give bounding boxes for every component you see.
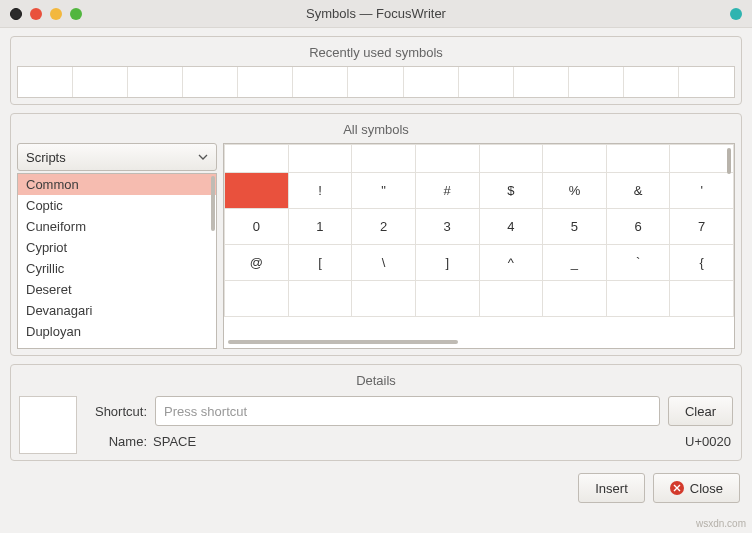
symbol-cell[interactable]: 3 [415, 209, 479, 245]
recent-cell[interactable] [238, 67, 293, 97]
symbol-cell[interactable]: # [415, 173, 479, 209]
scripts-dropdown-label: Scripts [26, 150, 66, 165]
script-list-item[interactable]: Cyrillic [18, 258, 216, 279]
symbol-cell[interactable] [606, 145, 670, 173]
symbol-cell[interactable]: 2 [352, 209, 416, 245]
symbol-grid[interactable]: !"#$%&'01234567@[\]^_`{ [223, 143, 735, 349]
window-maximize-dot[interactable] [70, 8, 82, 20]
symbol-name-value: SPACE [147, 434, 196, 449]
recent-cell[interactable] [624, 67, 679, 97]
recent-cell[interactable] [293, 67, 348, 97]
watermark: wsxdn.com [696, 518, 746, 529]
symbol-cell[interactable]: { [670, 245, 734, 281]
symbol-grid-vscrollbar[interactable] [726, 148, 732, 336]
window-title: Symbols — FocusWriter [0, 6, 752, 21]
recent-cell[interactable] [18, 67, 73, 97]
symbol-cell[interactable]: ' [670, 173, 734, 209]
scripts-dropdown[interactable]: Scripts [17, 143, 217, 171]
symbol-cell[interactable] [415, 281, 479, 317]
symbol-code-value: U+0020 [685, 434, 733, 449]
recently-used-group: Recently used symbols [10, 36, 742, 105]
symbol-cell[interactable]: _ [543, 245, 607, 281]
window-close-dot[interactable] [30, 8, 42, 20]
script-list-item[interactable]: Common [18, 174, 216, 195]
symbol-grid-vscroll-thumb[interactable] [727, 148, 731, 174]
shortcut-placeholder: Press shortcut [164, 404, 247, 419]
symbol-cell[interactable] [670, 145, 734, 173]
symbol-cell[interactable] [415, 145, 479, 173]
recently-used-title: Recently used symbols [17, 43, 735, 66]
recent-cell[interactable] [404, 67, 459, 97]
shortcut-input[interactable]: Press shortcut [155, 396, 660, 426]
script-list-item[interactable]: Cuneiform [18, 216, 216, 237]
chevron-down-icon [198, 152, 208, 162]
symbol-cell[interactable] [352, 281, 416, 317]
recent-cell[interactable] [679, 67, 734, 97]
script-list-scrollbar[interactable] [210, 174, 216, 348]
window-help-dot[interactable] [730, 8, 742, 20]
symbol-cell[interactable]: 4 [479, 209, 543, 245]
symbol-cell[interactable]: 6 [606, 209, 670, 245]
symbol-cell[interactable]: & [606, 173, 670, 209]
close-icon [670, 481, 684, 495]
symbol-preview [19, 396, 77, 454]
symbol-cell[interactable] [670, 281, 734, 317]
symbol-cell[interactable] [543, 281, 607, 317]
symbol-cell[interactable]: 1 [288, 209, 352, 245]
script-list-scroll-thumb[interactable] [211, 176, 215, 231]
symbol-cell[interactable]: % [543, 173, 607, 209]
symbol-cell[interactable]: ` [606, 245, 670, 281]
script-list-item[interactable]: Coptic [18, 195, 216, 216]
symbol-cell[interactable]: ] [415, 245, 479, 281]
titlebar: Symbols — FocusWriter [0, 0, 752, 28]
symbol-cell[interactable] [288, 281, 352, 317]
recent-cell[interactable] [569, 67, 624, 97]
script-list-item[interactable]: Duployan [18, 321, 216, 342]
symbol-cell[interactable]: \ [352, 245, 416, 281]
symbol-grid-hscroll-thumb[interactable] [228, 340, 458, 344]
script-list-item[interactable]: Devanagari [18, 300, 216, 321]
symbol-cell[interactable] [288, 145, 352, 173]
symbol-cell[interactable] [479, 145, 543, 173]
shortcut-label: Shortcut: [87, 404, 147, 419]
symbol-cell[interactable]: 0 [225, 209, 289, 245]
symbol-cell[interactable] [225, 173, 289, 209]
symbol-grid-hscrollbar[interactable] [228, 339, 722, 345]
symbol-cell[interactable] [225, 145, 289, 173]
script-list-item[interactable]: Deseret [18, 279, 216, 300]
symbol-cell[interactable]: 5 [543, 209, 607, 245]
symbol-cell[interactable]: [ [288, 245, 352, 281]
symbol-cell[interactable] [479, 281, 543, 317]
recent-cell[interactable] [183, 67, 238, 97]
script-list[interactable]: CommonCopticCuneiformCypriotCyrillicDese… [17, 173, 217, 349]
insert-button[interactable]: Insert [578, 473, 645, 503]
script-list-item[interactable]: Cypriot [18, 237, 216, 258]
symbol-cell[interactable]: $ [479, 173, 543, 209]
all-symbols-group: All symbols Scripts CommonCopticCuneifor… [10, 113, 742, 356]
clear-button[interactable]: Clear [668, 396, 733, 426]
symbol-cell[interactable]: 7 [670, 209, 734, 245]
recently-used-grid[interactable] [17, 66, 735, 98]
recent-cell[interactable] [459, 67, 514, 97]
symbol-cell[interactable]: @ [225, 245, 289, 281]
app-icon [10, 8, 22, 20]
symbol-cell[interactable]: ^ [479, 245, 543, 281]
recent-cell[interactable] [73, 67, 128, 97]
window-minimize-dot[interactable] [50, 8, 62, 20]
symbol-cell[interactable] [352, 145, 416, 173]
recent-cell[interactable] [348, 67, 403, 97]
symbol-cell[interactable]: ! [288, 173, 352, 209]
recent-cell[interactable] [128, 67, 183, 97]
details-group: Details Shortcut: Press shortcut Clear N… [10, 364, 742, 461]
name-label: Name: [87, 434, 147, 449]
symbol-cell[interactable] [225, 281, 289, 317]
recent-cell[interactable] [514, 67, 569, 97]
close-button[interactable]: Close [653, 473, 740, 503]
symbol-cell[interactable] [543, 145, 607, 173]
details-title: Details [17, 371, 735, 394]
symbol-cell[interactable]: " [352, 173, 416, 209]
symbol-cell[interactable] [606, 281, 670, 317]
all-symbols-title: All symbols [17, 120, 735, 143]
